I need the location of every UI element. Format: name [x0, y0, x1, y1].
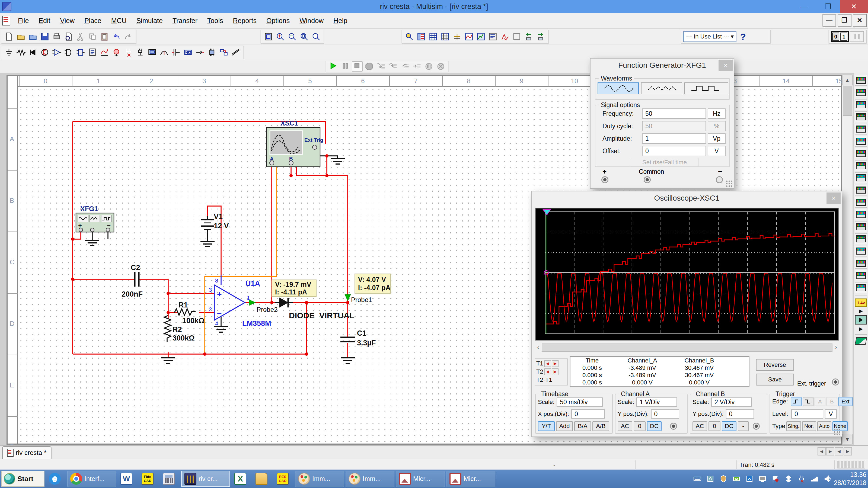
sine-wave-button[interactable] — [597, 83, 639, 94]
component-toolbar-button-source[interactable] — [3, 46, 14, 58]
taskbar-button-multisim[interactable]: riv cr... — [181, 470, 230, 487]
instrument-button-clamp-arrow[interactable]: ▶ — [859, 326, 863, 332]
tab-scroll-left-2[interactable]: ◀ — [835, 447, 843, 455]
channel-a-scale-input[interactable] — [637, 397, 677, 407]
menu-item[interactable]: File — [13, 14, 34, 27]
toolbar-button-cut[interactable] — [75, 31, 86, 42]
channel-a-dc-button[interactable]: DC — [647, 421, 661, 431]
document-tab[interactable]: riv cresta * — [2, 446, 51, 459]
menu-item[interactable]: Reports — [228, 14, 261, 27]
channel-b-minus-button[interactable]: - — [738, 421, 749, 431]
taskbar-button-file-explorer[interactable] — [253, 470, 272, 487]
component-toolbar-button-ttl[interactable] — [63, 46, 74, 58]
taskbar-clock[interactable]: 13.36 28/07/2018 — [834, 470, 866, 487]
simulation-button-stop[interactable] — [352, 61, 363, 72]
t1-right-button[interactable]: ▶ — [552, 360, 558, 367]
tray-icon-security[interactable] — [719, 475, 728, 483]
toolbar-button-design-toolbox[interactable] — [416, 31, 427, 42]
tray-icon-action-center[interactable] — [771, 475, 781, 483]
function-generator-dialog[interactable]: Function Generator-XFG1 × Waveforms Sign… — [590, 58, 734, 189]
square-wave-button[interactable] — [684, 83, 728, 94]
instrument-button-agilent-oscilloscope[interactable] — [855, 270, 867, 281]
minimize-button[interactable]: — — [792, 0, 816, 13]
close-icon[interactable]: × — [718, 60, 733, 71]
instrument-button-spectrum-analyzer[interactable] — [855, 221, 867, 232]
component-toolbar-button-basic[interactable] — [16, 46, 26, 58]
instrument-button-frequency-counter[interactable] — [855, 148, 867, 159]
component-toolbar-button-indicator[interactable] — [111, 46, 122, 58]
ext-trigger-indicator[interactable] — [832, 379, 839, 386]
simulation-button-pause-at-breakpoint[interactable] — [424, 61, 434, 72]
tab-scroll-right-2[interactable]: ▶ — [844, 447, 852, 455]
instrument-button-network-analyzer[interactable] — [855, 233, 867, 244]
toolbar-button-postprocessor[interactable] — [488, 31, 498, 42]
component-c1[interactable]: C1 3.3µF — [340, 329, 376, 347]
toolbar-button-new[interactable] — [3, 31, 14, 42]
wires-black[interactable] — [92, 150, 338, 327]
component-toolbar-button-analog[interactable] — [51, 46, 62, 58]
trigger-normal-button[interactable]: Nor. — [802, 421, 816, 431]
in-use-list-dropdown[interactable]: --- In Use List ---▾ — [683, 31, 737, 42]
taskbar-button-picture-manager-1[interactable]: Micr... — [396, 470, 445, 487]
save-button[interactable]: Save — [756, 373, 794, 386]
instrument-button-logic-analyzer[interactable] — [855, 172, 867, 183]
t2-right-button[interactable]: ▶ — [552, 368, 558, 375]
taskbar-button-excel[interactable] — [231, 470, 251, 487]
component-toolbar-button-hierarchical-block[interactable] — [218, 46, 229, 58]
common-terminal[interactable] — [644, 176, 651, 183]
mdi-minimize-button[interactable]: — — [823, 14, 836, 27]
tray-icon-input-indicator[interactable] — [706, 475, 716, 483]
probe2[interactable]: Probe2 — [249, 300, 278, 313]
simulation-button-step-out[interactable] — [400, 61, 410, 72]
toolbar-button-zoom-full[interactable] — [263, 31, 274, 42]
minus-terminal[interactable] — [716, 176, 723, 183]
help-button[interactable]: ? — [738, 31, 749, 42]
pause-simulation-button[interactable] — [850, 31, 864, 42]
trigger-b-button[interactable]: B — [827, 397, 837, 406]
toolbar-button-create-component[interactable] — [452, 31, 463, 42]
ba-mode-button[interactable]: B/A — [574, 421, 591, 431]
instrument-button-logic-converter[interactable] — [855, 185, 867, 195]
scroll-right-icon[interactable]: › — [833, 344, 839, 352]
rising-edge-button[interactable] — [791, 397, 802, 406]
trigger-level-input[interactable] — [791, 410, 823, 419]
t2-left-button[interactable]: ◀ — [545, 368, 551, 375]
instrument-button-tektronix-oscilloscope[interactable] — [855, 282, 867, 293]
component-toolbar-button-cmos[interactable] — [75, 46, 86, 58]
instrument-button-agilent-function-generator[interactable] — [855, 246, 867, 257]
simulation-button-pause[interactable] — [340, 61, 351, 72]
trigger-a-button[interactable]: A — [814, 397, 826, 406]
tray-icon-display[interactable] — [758, 475, 768, 483]
instrument-button-bode-plotter[interactable] — [855, 136, 867, 147]
toolbar-button-database-manager[interactable] — [440, 31, 451, 42]
component-u1a-opamp[interactable]: + − 3 2 1 8 4 U1A LM358M — [209, 275, 271, 327]
toolbar-button-copy[interactable] — [87, 31, 98, 42]
close-icon[interactable]: × — [827, 193, 841, 204]
component-v1[interactable]: V1 12 V — [201, 213, 229, 238]
channel-b-0-button[interactable]: 0 — [709, 421, 720, 431]
taskbar-button-picture-manager-2[interactable]: Micr... — [446, 470, 495, 487]
plus-terminal[interactable] — [601, 176, 609, 183]
toolbar-button-print[interactable] — [51, 31, 62, 42]
instrument-button-function-generator[interactable] — [855, 87, 867, 98]
menu-item[interactable]: Tools — [203, 14, 228, 27]
simulation-button-step-into[interactable] — [376, 61, 386, 72]
tray-icon-nvidia[interactable] — [733, 475, 742, 483]
instrument-button-wattmeter[interactable] — [855, 99, 867, 110]
instrument-button-probe-settings-arrow[interactable]: ▶ — [859, 308, 863, 314]
offset-input[interactable] — [642, 146, 706, 156]
channel-b-ac-button[interactable]: AC — [692, 421, 707, 431]
instrument-button-multimeter[interactable] — [855, 75, 867, 86]
toolbar-button-grapher[interactable] — [464, 31, 474, 42]
instrument-button-oscilloscope[interactable] — [855, 111, 867, 122]
taskbar-button-internet-explorer[interactable] — [46, 470, 66, 487]
tray-icon-power[interactable] — [798, 475, 807, 483]
menu-item[interactable]: Simulate — [131, 14, 167, 27]
component-toolbar-button-mcu[interactable] — [207, 46, 217, 58]
simulation-button-step-over[interactable] — [388, 61, 399, 72]
component-toolbar-button-diode[interactable] — [27, 46, 38, 58]
toolbar-button-zoom-area[interactable] — [299, 31, 310, 42]
scope-horizontal-scrollbar[interactable]: ‹ › — [535, 343, 839, 352]
scroll-down-button[interactable]: ▼ — [842, 434, 852, 444]
start-button[interactable]: Start — [1, 470, 44, 487]
